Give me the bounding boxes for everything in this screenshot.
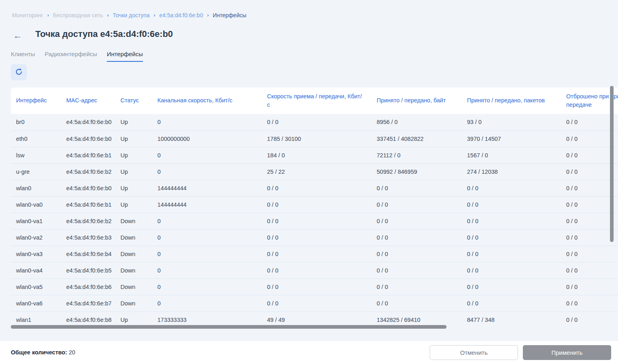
table-row: wlan1e4:5a:d4:f0:6e:b8Up17333333349 / 49… [11, 311, 618, 327]
table-cell: wlan0-va5 [11, 279, 61, 295]
table-cell: e4:5a:d4:f0:6e:b0 [61, 130, 115, 147]
table-cell: e4:5a:d4:f0:6e:b5 [61, 262, 115, 279]
table-row: wlan0-va4e4:5a:d4:f0:6e:b5Down00 / 00 / … [11, 262, 618, 279]
footer-bar: Общее количество: 20 Отменить Применить [0, 340, 618, 364]
page-title: Точка доступа e4:5a:d4:f0:6e:b0 [35, 29, 173, 39]
table-cell: 8477 / 348 [462, 311, 561, 327]
column-header: Интерфейс [11, 87, 61, 114]
table-cell: 0 [152, 213, 262, 229]
chevron-right-icon: › [207, 12, 209, 18]
table-cell: Down [115, 229, 152, 246]
table-row: wlan0-va5e4:5a:d4:f0:6e:b6Down00 / 00 / … [11, 279, 618, 295]
column-header: Канальная скорость, Кбит/с [152, 87, 262, 114]
table-cell: 0 / 0 [462, 196, 561, 213]
table-cell: Down [115, 262, 152, 279]
apply-button[interactable]: Применить [523, 345, 611, 360]
table-cell: 144444444 [152, 196, 262, 213]
table-cell: 0 / 0 [561, 311, 618, 327]
chevron-right-icon: › [154, 12, 155, 18]
table-cell: 0 / 0 [262, 213, 371, 229]
column-header: MAC-адрес [61, 87, 115, 114]
table-row: wlan0-va3e4:5a:d4:f0:6e:b4Down00 / 00 / … [11, 246, 618, 262]
table-cell: 93 / 0 [462, 114, 561, 130]
table-cell: 0 / 0 [462, 213, 561, 229]
table-cell: 0 / 0 [561, 262, 618, 279]
table-cell: Up [115, 163, 152, 180]
table-cell: e4:5a:d4:f0:6e:b3 [61, 229, 115, 246]
table-cell: e4:5a:d4:f0:6e:b8 [61, 311, 115, 327]
interfaces-table: ИнтерфейсMAC-адресСтатусКанальная скорос… [11, 87, 618, 327]
table-cell: wlan0-va3 [11, 246, 61, 262]
table-cell: e4:5a:d4:f0:6e:b7 [61, 295, 115, 311]
total-count-label: Общее количество: [11, 349, 67, 356]
breadcrumb-item-access-point-mac[interactable]: e4:5a:d4:f0:6e:b0 [159, 12, 203, 18]
footer-buttons: Отменить Применить [430, 345, 611, 360]
table-row: wlan0-va1e4:5a:d4:f0:6e:b2Down00 / 00 / … [11, 213, 618, 229]
vertical-scrollbar[interactable] [610, 86, 614, 242]
cancel-button[interactable]: Отменить [430, 345, 518, 360]
table-header-row: ИнтерфейсMAC-адресСтатусКанальная скорос… [11, 87, 618, 114]
table-cell: 0 / 0 [371, 196, 462, 213]
table-cell: 0 / 0 [371, 246, 462, 262]
table-cell: Down [115, 279, 152, 295]
horizontal-scrollbar[interactable] [11, 325, 447, 329]
table-cell: br0 [11, 114, 61, 130]
table-cell: 0 / 0 [561, 147, 618, 163]
table-cell: e4:5a:d4:f0:6e:b1 [61, 147, 115, 163]
column-header: Скорость приема / передачи, Кбит/с [262, 87, 371, 114]
table-cell: 0 / 0 [262, 180, 371, 196]
table-cell: wlan0-va4 [11, 262, 61, 279]
table-cell: 1342825 / 69410 [371, 311, 462, 327]
table-cell: 0 [152, 279, 262, 295]
table-cell: eth0 [11, 130, 61, 147]
table-cell: 0 / 0 [462, 295, 561, 311]
chevron-right-icon: › [107, 12, 109, 18]
tab-interfaces[interactable]: Интерфейсы [107, 51, 143, 62]
table-cell: 0 / 0 [561, 114, 618, 130]
arrow-left-icon: ← [13, 31, 22, 41]
table-cell: 144444444 [152, 180, 262, 196]
table-cell: 0 / 0 [561, 229, 618, 246]
column-header: Принято / передано, пакетов [462, 87, 561, 114]
table-cell: Up [115, 196, 152, 213]
table-cell: 0 [152, 246, 262, 262]
table-body: br0e4:5a:d4:f0:6e:b0Up00 / 08956 / 093 /… [11, 114, 618, 327]
table-cell: 1567 / 0 [462, 147, 561, 163]
table-cell: u-gre [11, 163, 61, 180]
table-cell: 0 / 0 [262, 229, 371, 246]
table-cell: lsw [11, 147, 61, 163]
table-cell: 0 / 0 [561, 279, 618, 295]
chevron-right-icon: › [47, 12, 49, 18]
tab-radio-interfaces[interactable]: Радиоинтерфейсы [45, 51, 97, 62]
table-cell: 1785 / 30100 [262, 130, 371, 147]
table-cell: Up [115, 180, 152, 196]
column-header: Принято / передано, байт [371, 87, 462, 114]
table-cell: 0 / 0 [561, 130, 618, 147]
table-cell: 8956 / 0 [371, 114, 462, 130]
table-cell: e4:5a:d4:f0:6e:b2 [61, 213, 115, 229]
table-cell: 0 / 0 [371, 295, 462, 311]
table-cell: 0 [152, 163, 262, 180]
table-cell: 25 / 22 [262, 163, 371, 180]
breadcrumb-item-access-points[interactable]: Точки доступа [113, 12, 150, 18]
table-cell: e4:5a:d4:f0:6e:b6 [61, 279, 115, 295]
tab-clients[interactable]: Клиенты [11, 51, 35, 62]
table-cell: 0 / 0 [262, 279, 371, 295]
breadcrumb-item-interfaces: Интерфейсы [213, 12, 247, 18]
table-cell: 0 / 0 [371, 262, 462, 279]
table-cell: 0 / 0 [561, 213, 618, 229]
table-cell: Up [115, 114, 152, 130]
table-cell: 72112 / 0 [371, 147, 462, 163]
table-cell: e4:5a:d4:f0:6e:b1 [61, 196, 115, 213]
refresh-button[interactable] [11, 64, 27, 80]
breadcrumb: Мониторинг › Беспроводная сеть › Точки д… [12, 12, 247, 18]
table-cell: 1000000000 [152, 130, 262, 147]
table-cell: 0 / 0 [262, 262, 371, 279]
table-cell: 3970 / 14507 [462, 130, 561, 147]
table-cell: wlan0-va0 [11, 196, 61, 213]
tab-bar: Клиенты Радиоинтерфейсы Интерфейсы [11, 51, 143, 62]
total-count: Общее количество: 20 [11, 349, 75, 356]
table-cell: wlan0-va1 [11, 213, 61, 229]
back-button[interactable]: ← [12, 31, 23, 41]
table-row: u-gree4:5a:d4:f0:6e:b2Up025 / 2250992 / … [11, 163, 618, 180]
